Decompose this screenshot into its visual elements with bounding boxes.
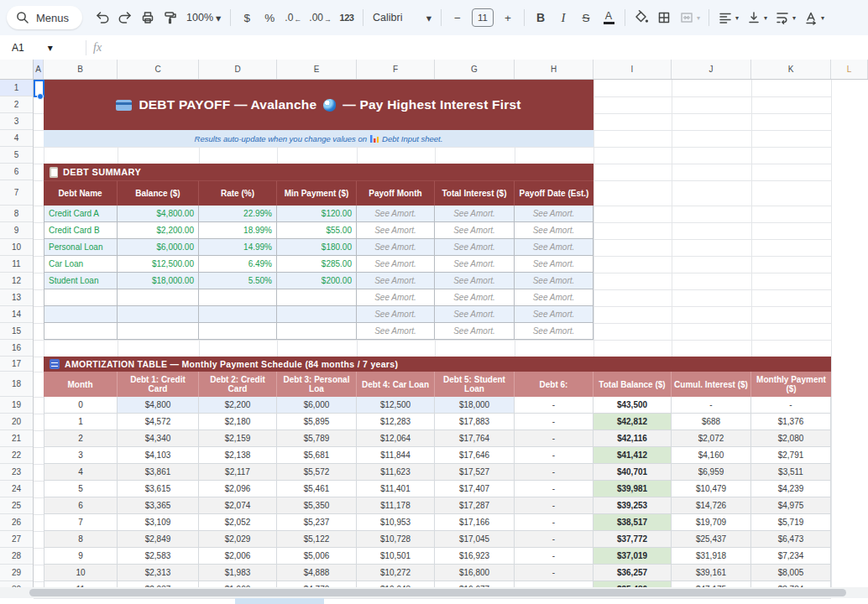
- amortization-cell[interactable]: $7,234: [751, 548, 831, 565]
- row-header-4[interactable]: 4: [0, 130, 33, 147]
- summary-cell[interactable]: See Amort.: [515, 239, 593, 256]
- amortization-cell[interactable]: $3,511: [751, 464, 831, 481]
- column-header-G[interactable]: G: [435, 60, 515, 79]
- amortization-cell[interactable]: 1: [44, 414, 118, 430]
- row-header-18[interactable]: 18: [0, 372, 33, 397]
- summary-cell[interactable]: [118, 306, 199, 323]
- amortization-cell[interactable]: $17,646: [435, 447, 515, 464]
- summary-cell[interactable]: Student Loan: [44, 273, 118, 289]
- amortization-cell[interactable]: $2,072: [672, 430, 751, 447]
- column-header-E[interactable]: E: [277, 60, 357, 79]
- summary-cell[interactable]: 18.99%: [199, 222, 277, 239]
- amortization-cell[interactable]: 4: [44, 464, 118, 481]
- summary-cell[interactable]: [199, 289, 277, 306]
- amortization-cell[interactable]: $5,006: [277, 548, 357, 565]
- summary-cell[interactable]: See Amort.: [435, 306, 515, 323]
- summary-header-cell[interactable]: Total Interest ($): [435, 180, 515, 206]
- row-header-1[interactable]: 1: [0, 80, 33, 96]
- column-header-A[interactable]: A: [34, 60, 44, 79]
- amortization-cell[interactable]: $17,166: [435, 514, 515, 531]
- amortization-cell[interactable]: $6,473: [751, 531, 831, 548]
- amortization-cell[interactable]: -: [515, 514, 593, 531]
- amortization-cell[interactable]: $2,029: [199, 531, 277, 548]
- title-banner[interactable]: DEBT PAYOFF — Avalanche — Pay Highest In…: [44, 80, 593, 130]
- name-box[interactable]: A1 ▾: [0, 42, 77, 54]
- amortization-cell[interactable]: $43,500: [593, 397, 672, 414]
- amortization-cell[interactable]: $11,401: [357, 481, 435, 497]
- summary-cell[interactable]: [44, 289, 118, 306]
- decrease-font-size-button[interactable]: −: [447, 7, 468, 29]
- summary-cell[interactable]: See Amort.: [515, 222, 593, 239]
- amortization-cell[interactable]: $3,365: [118, 497, 199, 514]
- row-header-10[interactable]: 10: [0, 239, 33, 256]
- debt-summary-header[interactable]: DEBT SUMMARY: [44, 164, 593, 180]
- italic-button[interactable]: I: [552, 7, 574, 29]
- amortization-cell[interactable]: $12,500: [357, 397, 435, 414]
- amortization-cell[interactable]: $2,313: [118, 565, 199, 581]
- amortization-cell[interactable]: $688: [672, 414, 751, 430]
- amortization-cell[interactable]: $6,959: [672, 464, 751, 481]
- format-percent-button[interactable]: %: [259, 7, 280, 29]
- amortization-cell[interactable]: $2,138: [199, 447, 277, 464]
- row-header-28[interactable]: 28: [0, 548, 33, 565]
- column-header-H[interactable]: H: [515, 60, 593, 79]
- amortization-cell[interactable]: $17,407: [435, 481, 515, 497]
- amortization-cell[interactable]: -: [515, 464, 593, 481]
- summary-cell[interactable]: Personal Loan: [44, 239, 118, 256]
- summary-cell[interactable]: [199, 306, 277, 323]
- summary-cell[interactable]: Car Loan: [44, 256, 118, 273]
- amortization-cell[interactable]: 3: [44, 447, 118, 464]
- amortization-cell[interactable]: -: [515, 481, 593, 497]
- amortization-cell[interactable]: $8,005: [751, 565, 831, 581]
- amortization-cell[interactable]: $17,045: [435, 531, 515, 548]
- amortization-cell[interactable]: $3,861: [118, 464, 199, 481]
- amortization-cell[interactable]: $2,791: [751, 447, 831, 464]
- increase-font-size-button[interactable]: +: [497, 7, 519, 29]
- summary-cell[interactable]: See Amort.: [357, 306, 435, 323]
- row-header-24[interactable]: 24: [0, 481, 33, 497]
- row-header-20[interactable]: 20: [0, 414, 33, 430]
- amortization-cell[interactable]: 5: [44, 481, 118, 497]
- amortization-cell[interactable]: $1,376: [751, 414, 831, 430]
- amortization-cell[interactable]: $4,103: [118, 447, 199, 464]
- amortization-cell[interactable]: $3,615: [118, 481, 199, 497]
- menus-search[interactable]: Menus: [7, 6, 82, 29]
- redo-button[interactable]: [114, 7, 136, 29]
- amortization-cell[interactable]: $38,517: [593, 514, 672, 531]
- summary-cell[interactable]: See Amort.: [435, 222, 515, 239]
- zoom-select[interactable]: 100% ▾: [182, 7, 225, 29]
- column-header-L[interactable]: L: [831, 60, 868, 79]
- paint-format-button[interactable]: [159, 7, 181, 29]
- summary-cell[interactable]: See Amort.: [515, 256, 593, 273]
- amortization-header-cell[interactable]: Debt 4: Car Loan: [357, 372, 435, 397]
- summary-cell[interactable]: Credit Card B: [44, 222, 118, 239]
- row-header-11[interactable]: 11: [0, 256, 33, 273]
- summary-cell[interactable]: See Amort.: [515, 273, 593, 289]
- amortization-header-cell[interactable]: Debt 3: Personal Loa: [277, 372, 357, 397]
- summary-cell[interactable]: $285.00: [277, 256, 357, 273]
- row-header-19[interactable]: 19: [0, 397, 33, 414]
- amortization-header[interactable]: AMORTIZATION TABLE — Monthly Payment Sch…: [44, 357, 831, 372]
- strikethrough-button[interactable]: S: [575, 7, 597, 29]
- amortization-cell[interactable]: $5,122: [277, 531, 357, 548]
- summary-cell[interactable]: See Amort.: [357, 256, 435, 273]
- column-header-D[interactable]: D: [199, 60, 277, 79]
- amortization-cell[interactable]: -: [515, 414, 593, 430]
- amortization-header-cell[interactable]: Debt 6:: [515, 372, 593, 397]
- amortization-cell[interactable]: 7: [44, 514, 118, 531]
- amortization-cell[interactable]: $17,764: [435, 430, 515, 447]
- summary-cell[interactable]: [44, 306, 118, 323]
- amortization-cell[interactable]: $5,350: [277, 497, 357, 514]
- summary-cell[interactable]: See Amort.: [435, 239, 515, 256]
- summary-header-cell[interactable]: Debt Name: [44, 180, 118, 206]
- amortization-cell[interactable]: 9: [44, 548, 118, 565]
- amortization-cell[interactable]: $5,895: [277, 414, 357, 430]
- amortization-header-cell[interactable]: Debt 5: Student Loan: [435, 372, 515, 397]
- summary-cell[interactable]: See Amort.: [357, 239, 435, 256]
- amortization-cell[interactable]: $4,800: [118, 397, 199, 414]
- amortization-cell[interactable]: $10,479: [672, 481, 751, 497]
- amortization-cell[interactable]: -: [515, 548, 593, 565]
- amortization-cell[interactable]: $12,064: [357, 430, 435, 447]
- fill-handle[interactable]: [37, 93, 44, 100]
- amortization-cell[interactable]: $6,000: [277, 397, 357, 414]
